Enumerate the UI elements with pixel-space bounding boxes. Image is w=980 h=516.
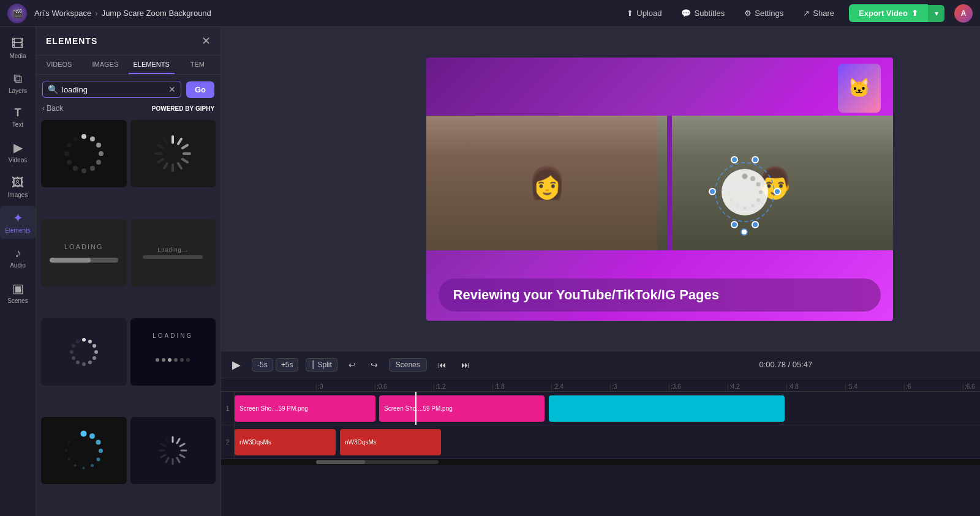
svg-point-11	[73, 136, 78, 141]
export-video-button[interactable]: Export Video ⬆	[849, 4, 928, 22]
sidebar-item-media[interactable]: 🎞 Media	[0, 32, 36, 64]
avatar[interactable]: A	[954, 4, 973, 23]
clip-1-1[interactable]: Screen Sho....59 PM.png	[235, 395, 375, 422]
clip-1-2[interactable]: Screen Sho....59 PM.png	[379, 395, 545, 422]
svg-point-46	[97, 457, 100, 461]
ruler-mark-2: :1.2	[434, 383, 492, 390]
skip-back-button[interactable]: ⏮	[434, 357, 450, 372]
share-icon: ↗	[803, 9, 810, 18]
tab-templates[interactable]: TEM	[175, 56, 221, 74]
svg-line-55	[177, 439, 179, 443]
undo-button[interactable]: ↩	[345, 357, 360, 372]
subtitles-button[interactable]: 💬 Subtitles	[676, 6, 729, 20]
clip-label-1-2: Screen Sho....59 PM.png	[384, 405, 453, 412]
svg-point-8	[67, 160, 72, 165]
clip-1-3[interactable]	[549, 395, 785, 422]
handle-bottom-right[interactable]	[752, 221, 759, 228]
play-button[interactable]: ▶	[228, 356, 244, 374]
sidebar-item-audio[interactable]: ♪ Audio	[0, 241, 36, 274]
sidebar-item-elements[interactable]: ✦ Elements	[0, 206, 36, 239]
project-name[interactable]: Jump Scare Zoom Background	[102, 9, 211, 18]
share-button[interactable]: ↗ Share	[798, 6, 839, 20]
gif-item-2[interactable]	[130, 120, 216, 215]
topbar: 🎬 Ari's Workspace › Jump Scare Zoom Back…	[0, 0, 980, 27]
redo-button[interactable]: ↪	[367, 357, 382, 372]
handle-mid-left[interactable]	[709, 188, 716, 195]
track-content-2: nW3DqsMs nW3DqsMs	[235, 425, 980, 458]
clip-2-1[interactable]: nW3DqsMs	[235, 429, 336, 455]
timeline-ruler: :0 :0.6 :1.2 :1.8 :2.4 :3 :3.6 :4.2 :4.8…	[221, 378, 980, 392]
workspace-name[interactable]: Ari's Workspace	[34, 9, 91, 18]
svg-line-58	[180, 455, 184, 457]
canvas-area: 🐱 👩 👨	[221, 27, 980, 351]
canvas-cat-element[interactable]: 🐱	[838, 64, 881, 113]
svg-line-64	[161, 444, 165, 446]
back-button[interactable]: ‹ Back	[42, 104, 63, 113]
sidebar: 🎞 Media ⧉ Layers T Text ▶ Videos 🖼 Image…	[0, 27, 36, 516]
audio-icon: ♪	[15, 246, 21, 260]
skip-forward-button[interactable]: ⏭	[458, 357, 473, 372]
canvas-right: 🐱 👩 👨	[221, 27, 980, 351]
panel-close-button[interactable]: ✕	[202, 34, 211, 48]
split-button[interactable]: ⎮ Split	[306, 358, 337, 372]
canvas-video-left: 👩	[426, 116, 668, 250]
sidebar-item-text[interactable]: T Text	[0, 102, 36, 133]
loading-element[interactable]	[717, 165, 772, 220]
upload-button[interactable]: ⬆ Upload	[622, 6, 666, 20]
svg-line-19	[164, 163, 167, 168]
gif-item-7[interactable]	[41, 417, 127, 512]
scroll-bar[interactable]	[316, 460, 439, 464]
giphy-badge: POWERED BY GIPHY	[152, 105, 214, 112]
svg-line-13	[178, 139, 181, 144]
tab-elements[interactable]: ELEMENTS	[129, 56, 175, 74]
handle-mid-right[interactable]	[774, 188, 781, 195]
scroll-thumb[interactable]	[316, 460, 365, 464]
panel-title: ELEMENTS	[46, 36, 97, 46]
svg-point-43	[89, 433, 95, 439]
svg-point-28	[92, 356, 96, 360]
search-clear-button[interactable]: ✕	[168, 84, 176, 94]
scenes-icon: ▣	[12, 281, 24, 296]
clip-label-2-1: nW3DqsMs	[239, 439, 271, 446]
search-input[interactable]	[62, 85, 165, 94]
tab-images[interactable]: IMAGES	[82, 56, 128, 74]
gif-item-5[interactable]	[41, 318, 127, 414]
scenes-button[interactable]: Scenes	[389, 358, 427, 372]
svg-line-23	[164, 139, 167, 144]
handle-top-left[interactable]	[731, 156, 738, 163]
svg-point-34	[72, 344, 75, 348]
export-dropdown-button[interactable]: ▾	[928, 5, 944, 22]
go-button[interactable]: Go	[186, 81, 214, 98]
media-icon: 🎞	[12, 37, 24, 51]
svg-point-2	[96, 143, 101, 148]
elements-icon: ✦	[13, 211, 23, 225]
sidebar-item-images[interactable]: 🖼 Images	[0, 171, 36, 203]
gif-item-4[interactable]: Loading...	[130, 219, 216, 315]
settings-button[interactable]: ⚙ Settings	[739, 6, 788, 20]
sidebar-item-videos[interactable]: ▶ Videos	[0, 135, 36, 168]
sidebar-item-scenes[interactable]: ▣ Scenes	[0, 276, 36, 309]
sidebar-item-layers[interactable]: ⧉ Layers	[0, 67, 36, 99]
tab-videos[interactable]: VIDEOS	[36, 56, 82, 74]
canvas: 🐱 👩 👨	[426, 58, 893, 321]
timeline: ▶ -5s +5s ⎮ Split ↩ ↪ Scenes ⏮ ⏭	[221, 351, 980, 516]
clip-2-2[interactable]: nW3DqsMs	[340, 429, 441, 455]
gif-item-1[interactable]	[41, 120, 127, 215]
timeline-toolbar: ▶ -5s +5s ⎮ Split ↩ ↪ Scenes ⏮ ⏭	[221, 351, 980, 378]
svg-point-41	[186, 358, 190, 362]
gif-item-6[interactable]: LOADING	[130, 318, 216, 414]
handle-top-right[interactable]	[752, 156, 759, 163]
images-icon: 🖼	[12, 176, 24, 190]
handle-rotate[interactable]	[741, 228, 748, 236]
gif-item-3[interactable]: LOADING	[41, 219, 127, 315]
offset-minus-button[interactable]: -5s	[252, 358, 273, 372]
upload-icon: ⬆	[627, 9, 633, 18]
subtitles-icon: 💬	[681, 9, 691, 18]
handle-bottom-left[interactable]	[731, 221, 738, 228]
svg-point-48	[83, 466, 85, 469]
caption-text: Reviewing your YouTube/TikTok/IG Pages	[453, 287, 719, 302]
gif-item-8[interactable]	[130, 417, 216, 512]
svg-point-35	[76, 340, 80, 343]
videos-icon: ▶	[13, 140, 23, 155]
offset-plus-button[interactable]: +5s	[276, 358, 299, 372]
